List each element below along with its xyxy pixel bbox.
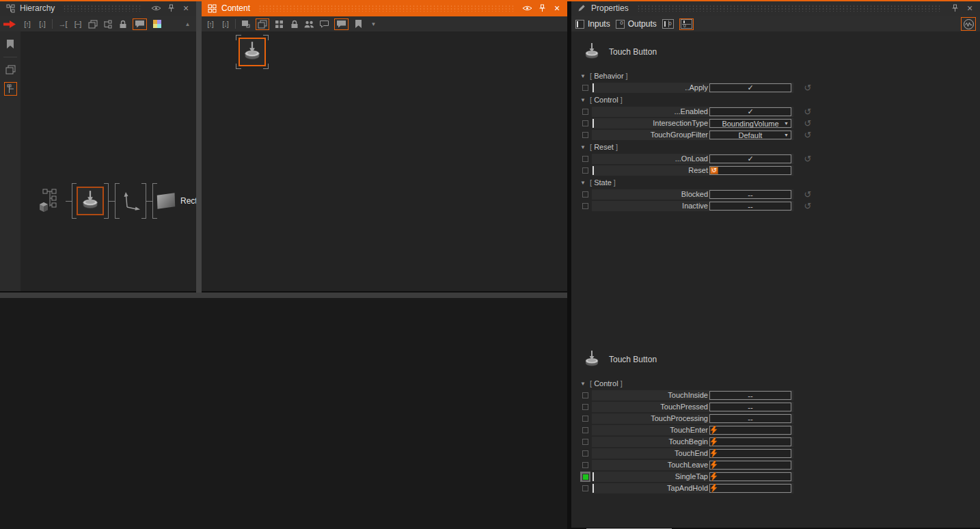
comment-outline-icon[interactable]: [319, 18, 329, 30]
expose-checkbox[interactable]: [580, 448, 590, 459]
pencil-icon: [576, 3, 587, 14]
expose-checkbox[interactable]: [580, 437, 590, 447]
property-label: ...OnLoad: [592, 154, 708, 164]
pin-icon[interactable]: [165, 3, 176, 14]
expose-checkbox[interactable]: [580, 460, 590, 470]
reset-action-icon[interactable]: ↺: [710, 167, 718, 174]
touchprocessing-value-field[interactable]: --: [709, 414, 791, 423]
vertical-splitter[interactable]: [196, 1, 202, 293]
split-node-icon[interactable]: [−]: [72, 18, 83, 30]
expose-checkbox[interactable]: [580, 390, 590, 401]
expose-checkbox[interactable]: [580, 118, 590, 128]
blocked-value-field[interactable]: --: [709, 190, 791, 199]
eye-icon[interactable]: [150, 3, 161, 14]
property-row-reset: Reset ↺: [571, 165, 980, 176]
split-horizontal-icon[interactable]: 0: [679, 18, 694, 30]
jump-arrow-icon[interactable]: [3, 18, 17, 30]
reset-property-icon[interactable]: ↺: [803, 131, 813, 139]
touchinside-value-field[interactable]: --: [709, 391, 791, 400]
touchgroupfilter-dropdown[interactable]: Default▼: [709, 131, 791, 139]
palette-icon[interactable]: [152, 18, 162, 30]
apply-value-field[interactable]: ✓: [709, 83, 791, 92]
insert-node-icon[interactable]: →[: [57, 18, 68, 30]
reset-property-icon[interactable]: ↺: [803, 107, 813, 116]
expose-checkbox[interactable]: [580, 154, 590, 164]
group-header-control[interactable]: ▼ Control: [571, 94, 980, 106]
onload-value-field[interactable]: ✓: [709, 154, 791, 163]
expose-checkbox[interactable]: [580, 107, 590, 117]
grid-view-icon[interactable]: [274, 18, 284, 30]
expose-checkbox[interactable]: [580, 201, 590, 211]
lock-icon[interactable]: [118, 18, 128, 30]
eye-icon[interactable]: [521, 3, 532, 14]
import-down-icon[interactable]: [↓]: [37, 18, 47, 30]
users-icon[interactable]: [304, 18, 314, 30]
reset-property-icon[interactable]: ↺: [803, 119, 813, 128]
close-icon[interactable]: ×: [552, 3, 562, 14]
hierarchy-titlebar[interactable]: Hierarchy ×: [0, 0, 196, 16]
subtree-icon[interactable]: [103, 18, 113, 30]
group-header-reset[interactable]: ▼ Reset: [571, 141, 980, 153]
content-titlebar[interactable]: Content ×: [202, 0, 567, 16]
import-down-icon[interactable]: [↓]: [220, 18, 230, 30]
horizontal-splitter[interactable]: [0, 293, 567, 298]
singletap-event-field[interactable]: [709, 472, 791, 481]
expose-checkbox[interactable]: [580, 483, 590, 493]
hierarchy-canvas[interactable]: Rect1: [21, 31, 196, 291]
reset-property-icon[interactable]: ↺: [803, 83, 813, 92]
export-up-icon[interactable]: [↑]: [205, 18, 215, 30]
touchleave-event-field[interactable]: [709, 461, 791, 470]
tab-inputs[interactable]: Inputs: [575, 19, 610, 29]
bookmark-icon[interactable]: [353, 18, 364, 30]
split-vertical-icon[interactable]: 0: [662, 18, 674, 30]
reset-property-icon[interactable]: ↺: [803, 154, 813, 163]
hierarchy-node-axes[interactable]: [115, 183, 146, 219]
expose-checkbox[interactable]: [580, 425, 590, 435]
pivot-tool-icon[interactable]: [4, 82, 17, 96]
group-header-state[interactable]: ▼ State: [571, 176, 980, 189]
comments-icon[interactable]: [133, 18, 147, 30]
pin-board-icon[interactable]: [241, 18, 251, 30]
group-header-control[interactable]: ▼ Control: [571, 377, 980, 390]
layered-nodes-icon[interactable]: [87, 18, 98, 30]
comment-filled-icon[interactable]: [334, 18, 349, 30]
expose-checkbox[interactable]: [580, 83, 590, 93]
enabled-value-field[interactable]: ✓: [709, 107, 791, 116]
expose-checkbox[interactable]: [580, 402, 590, 412]
bookmark-icon[interactable]: [6, 40, 14, 49]
content-item-touch-button[interactable]: [236, 35, 269, 69]
expose-checkbox-singletap-exposed[interactable]: [580, 472, 590, 482]
hierarchy-node-system-root[interactable]: [38, 189, 66, 213]
performance-monitor-icon[interactable]: [961, 17, 976, 31]
properties-titlebar[interactable]: Properties ×: [571, 0, 980, 16]
reset-property-icon[interactable]: ↺: [803, 190, 813, 199]
layers-icon[interactable]: [5, 65, 16, 74]
touchend-event-field[interactable]: [709, 449, 791, 458]
inactive-value-field[interactable]: --: [709, 202, 791, 211]
reset-trigger-field[interactable]: ↺: [709, 166, 791, 175]
tapandhold-event-field[interactable]: [709, 484, 791, 493]
intersectiontype-dropdown[interactable]: BoundingVolume▼: [709, 119, 791, 128]
bookmark-dropdown-icon[interactable]: ▼: [368, 18, 379, 30]
expose-checkbox[interactable]: [580, 189, 590, 200]
touchbegin-event-field[interactable]: [709, 437, 791, 446]
touchpressed-value-field[interactable]: --: [709, 403, 791, 411]
layered-nodes-icon[interactable]: [256, 18, 269, 30]
expose-checkbox[interactable]: [580, 165, 590, 176]
pin-icon[interactable]: [949, 3, 960, 14]
pin-icon[interactable]: [536, 3, 547, 14]
hierarchy-node-touch-button[interactable]: [72, 183, 109, 219]
tab-outputs[interactable]: 0 Outputs: [616, 19, 657, 29]
content-canvas[interactable]: [202, 31, 567, 291]
close-icon[interactable]: ×: [180, 3, 191, 14]
export-up-icon[interactable]: [↑]: [22, 18, 32, 30]
close-icon[interactable]: ×: [964, 3, 975, 14]
lock-icon[interactable]: [289, 18, 299, 30]
reset-property-icon[interactable]: ↺: [803, 202, 813, 211]
group-header-behavior[interactable]: ▼ Behavior: [571, 70, 980, 82]
scroll-up-icon[interactable]: ▲: [182, 18, 193, 30]
touchenter-event-field[interactable]: [709, 426, 791, 435]
expose-checkbox[interactable]: [580, 130, 590, 140]
expose-checkbox[interactable]: [580, 413, 590, 424]
empty-bottom-panel: [0, 298, 567, 529]
